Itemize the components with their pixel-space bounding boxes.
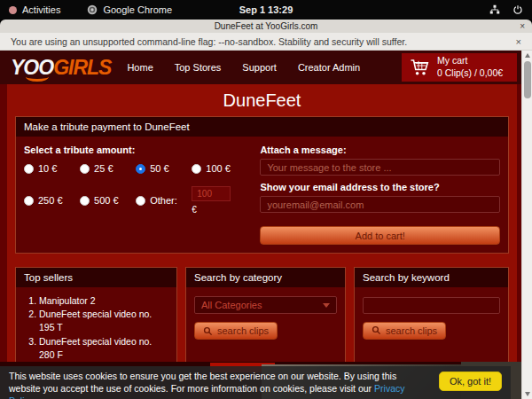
scrollbar[interactable] [521,51,532,399]
amount-radio-100[interactable]: 100 € [192,163,247,174]
window-title: DuneFeet at YooGirls.com [0,21,532,31]
radio-button[interactable] [80,196,90,206]
category-search-button[interactable]: search clips [194,322,278,340]
page-title: DuneFeet [7,84,517,116]
activities-button[interactable]: Activities [22,4,60,15]
message-label: Attach a message: [260,145,500,155]
warning-close-icon[interactable]: × [516,36,521,47]
cart-count: 0 Clip(s) / 0,00€ [437,67,503,80]
amount-radio-250[interactable]: 250 € [24,186,80,215]
power-icon[interactable] [512,4,523,15]
email-label: Show your email address to the store? [260,182,500,192]
add-to-cart-button[interactable]: Add to cart! [260,226,500,245]
browser-viewport: YOOGIRLS Home Top Stores Support Creator… [0,51,532,399]
list-item[interactable]: Manipulator 2 [39,294,169,308]
focused-app-label: Google Chrome [103,4,172,15]
top-sellers-header: Top sellers [16,268,176,287]
nav-home[interactable]: Home [127,62,153,73]
nav-top-stores[interactable]: Top Stores [175,62,222,73]
message-input[interactable] [260,159,500,176]
cookie-accept-button[interactable]: Ok, got it! [439,372,502,391]
chrome-icon [87,4,98,15]
clock[interactable]: Sep 1 13:29 [0,4,532,15]
amount-radio-25[interactable]: 25 € [80,163,136,174]
radio-button[interactable] [24,164,34,174]
search-icon [372,325,381,335]
scroll-down-icon[interactable] [525,392,530,396]
tribute-panel: Make a tribute payment to DuneFeet Selec… [15,116,509,254]
email-input[interactable] [260,196,500,213]
radio-button[interactable] [136,196,145,206]
list-item[interactable]: DuneFeet special video no. 195 T [39,308,169,334]
main-container: DuneFeet Make a tribute payment to DuneF… [7,84,517,364]
sandbox-warning-bar: You are using an unsupported command-lin… [0,33,532,51]
scroll-up-icon[interactable] [525,53,530,58]
cart-label: My cart [437,55,503,67]
other-amount-input[interactable] [192,186,231,201]
site-header: YOOGIRLS Home Top Stores Support Creator… [0,51,521,84]
chevron-down-icon [323,303,330,308]
radio-button[interactable] [24,196,34,206]
cookie-consent-bar: This website uses cookies to ensure you … [0,366,511,399]
nav-creator-admin[interactable]: Creator Admin [298,62,360,73]
keyword-search-button[interactable]: search clips [363,322,446,340]
scrollbar-thumb[interactable] [524,61,531,98]
category-selected-value: All Categories [201,300,262,310]
nav-support[interactable]: Support [242,62,277,73]
network-icon[interactable] [489,4,500,15]
warning-text: You are using an unsupported command-lin… [11,36,407,47]
keyword-search-header: Search by keyword [355,268,508,287]
amount-options: 10 € 25 € 50 € 100 € 250 € 500 € Other: … [24,163,247,215]
desktop-top-bar: Activities Google Chrome Sep 1 13:29 [0,0,532,20]
close-icon[interactable]: × [512,21,532,31]
my-cart-button[interactable]: My cart 0 Clip(s) / 0,00€ [402,53,517,82]
keyword-input[interactable] [363,297,500,314]
amount-label: Select a tribute amount: [24,145,247,155]
cart-icon [409,57,430,78]
tribute-panel-header: Make a tribute payment to DuneFeet [16,117,508,137]
amount-radio-other[interactable]: Other: [136,186,192,215]
cookie-message: This website uses cookies to ensure you … [9,371,430,399]
amount-radio-10[interactable]: 10 € [24,163,80,174]
focused-app-menu[interactable]: Google Chrome [87,4,172,15]
activity-indicator-dot [9,6,17,14]
list-item[interactable]: DuneFeet special video no. 280 F [39,335,169,362]
site-logo[interactable]: YOOGIRLS [11,56,111,80]
browser-titlebar[interactable]: DuneFeet at YooGirls.com × [0,20,532,33]
search-icon [203,326,213,336]
amount-radio-50[interactable]: 50 € [136,163,192,174]
currency-symbol: € [192,205,247,215]
radio-button[interactable] [80,164,90,174]
main-nav: Home Top Stores Support Creator Admin [127,62,360,73]
amount-radio-500[interactable]: 500 € [80,186,136,215]
category-search-header: Search by category [186,268,345,287]
radio-button[interactable] [136,164,145,174]
radio-button[interactable] [192,164,201,174]
category-select[interactable]: All Categories [194,296,337,314]
